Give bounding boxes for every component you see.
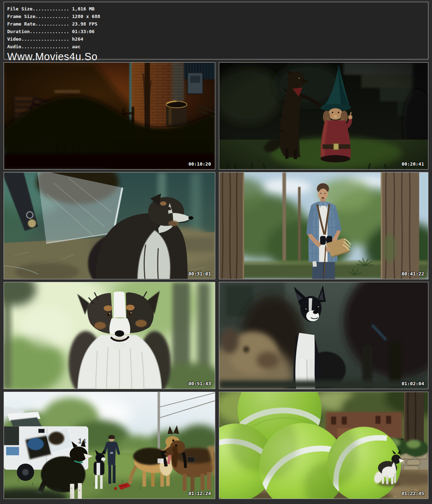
info-line-video: Video................. h264 xyxy=(7,35,428,43)
scene-tennis-balls-image xyxy=(219,392,428,499)
timestamp-overlay: 01:02:04 xyxy=(401,381,424,386)
scene-dog-gnome-image xyxy=(219,63,428,169)
thumbnail-dog-and-gnome: 00:20:41 xyxy=(219,62,428,170)
thumbnail-man-in-forest: 00:41:22 xyxy=(219,172,428,279)
timestamp-overlay: 00:31:01 xyxy=(188,271,211,276)
thumbnail-k9-van-dogs: 14 xyxy=(4,392,215,499)
scene-forest-man-image xyxy=(219,172,428,279)
thumbnail-dark-yard: 00:10:20 xyxy=(4,62,215,170)
info-line-frame-rate: Frame Rate............ 23.98 FPS xyxy=(7,20,428,28)
info-line-audio: Audio................. aac xyxy=(7,43,428,50)
timestamp-overlay: 00:10:20 xyxy=(188,161,211,167)
timestamp-overlay: 00:51:43 xyxy=(188,381,211,386)
info-line-frame-size: Frame Size............ 1280 x 688 xyxy=(7,13,428,20)
scene-barn-dogs-image xyxy=(4,172,215,279)
thumbnail-shepherd-closeup: 00:51:43 xyxy=(4,282,215,389)
info-line-file-size: File Size............. 1,016 MB xyxy=(7,5,428,13)
info-line-duration: Duration.............. 01:33:06 xyxy=(7,28,428,35)
scene-boston-terrier-image xyxy=(219,282,428,389)
watermark-text: Www.Movies4u.So xyxy=(7,51,428,62)
timestamp-overlay: 01:12:24 xyxy=(188,491,211,496)
scene-shepherd-closeup-image xyxy=(4,282,215,389)
thumbnail-boston-terrier: 01:02:04 xyxy=(219,282,428,389)
thumbnail-grid: 00:10:20 xyxy=(4,62,428,499)
thumbnail-giant-tennis-balls: 01:22:45 xyxy=(219,392,428,499)
thumbnail-cone-dog-and-shepherd: 00:31:01 xyxy=(4,172,215,279)
scene-dark-yard-image xyxy=(4,63,215,169)
timestamp-overlay: 00:20:41 xyxy=(401,161,424,167)
timestamp-overlay: 00:41:22 xyxy=(401,271,424,276)
scene-k9-field-image: 14 xyxy=(4,392,215,499)
timestamp-overlay: 01:22:45 xyxy=(401,491,424,496)
media-info-panel: File Size............. 1,016 MB Frame Si… xyxy=(4,2,428,59)
